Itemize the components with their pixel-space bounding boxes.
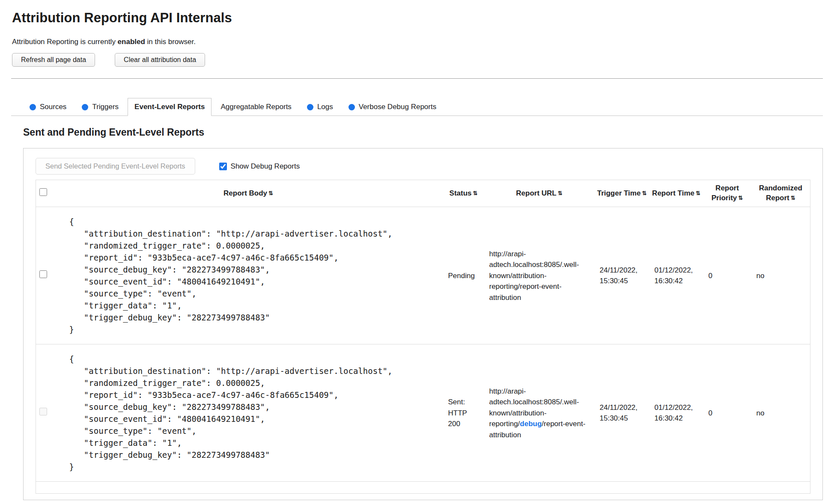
row-select-cell [36, 207, 54, 344]
report-url-cell: http://arapi-adtech.localhost:8085/.well… [484, 207, 595, 344]
status-enabled-text: enabled [118, 38, 145, 46]
trigger-time: 24/11/2022, 15:30:45 [595, 344, 649, 482]
row-select-checkbox[interactable] [39, 270, 47, 278]
report-body-cell: { "attribution_destination": "http://ara… [54, 207, 443, 344]
report-status: Pending [443, 207, 484, 344]
table-header-row: Report Body⇅ Status⇅ Report URL⇅ Trigger… [36, 180, 810, 207]
select-all-checkbox[interactable] [39, 188, 47, 196]
sort-icon: ⇅ [738, 195, 743, 201]
column-label: Status [450, 189, 472, 197]
column-header-report-url[interactable]: Report URL⇅ [484, 180, 595, 207]
row-select-cell [36, 344, 54, 482]
tab-label: Logs [317, 103, 333, 111]
tab-label: Verbose Debug Reports [359, 103, 436, 111]
select-all-header [36, 180, 54, 207]
table-controls: Send Selected Pending Event-Level Report… [36, 158, 810, 175]
data-indicator-icon [307, 104, 313, 110]
tab-triggers[interactable]: Triggers [75, 98, 125, 116]
report-body-json: { "attribution_destination": "http://ara… [57, 353, 440, 473]
debug-link[interactable]: debug [520, 420, 542, 428]
reports-card: Send Selected Pending Event-Level Report… [23, 148, 823, 500]
row-select-checkbox[interactable] [39, 408, 47, 415]
column-label: Report URL [516, 189, 556, 197]
report-priority: 0 [703, 207, 751, 344]
report-url-cell: http://arapi-adtech.localhost:8085/.well… [484, 344, 595, 482]
randomized-report: no [751, 344, 810, 482]
column-header-report-body[interactable]: Report Body⇅ [54, 180, 443, 207]
send-selected-button[interactable]: Send Selected Pending Event-Level Report… [36, 158, 195, 175]
section-heading: Sent and Pending Event-Level Reports [23, 127, 823, 138]
column-label: Trigger Time [597, 189, 641, 197]
column-header-status[interactable]: Status⇅ [443, 180, 484, 207]
column-header-report-time[interactable]: Report Time⇅ [649, 180, 703, 207]
top-actions: Refresh all page data Clear all attribut… [12, 53, 823, 67]
status-line: Attribution Reporting is currently enabl… [12, 38, 823, 46]
status-text-suffix: in this browser. [145, 38, 196, 46]
tab-label: Event-Level Reports [134, 103, 205, 111]
column-label: Randomized Report [759, 184, 802, 202]
report-row-sent: { "attribution_destination": "http://ara… [36, 344, 810, 482]
tab-verbose-debug-reports[interactable]: Verbose Debug Reports [342, 98, 443, 116]
randomized-report: no [751, 207, 810, 344]
tab-sources[interactable]: Sources [23, 98, 73, 116]
data-indicator-icon [348, 104, 355, 110]
data-indicator-icon [82, 104, 88, 110]
show-debug-label: Show Debug Reports [231, 162, 300, 171]
status-text-prefix: Attribution Reporting is currently [12, 38, 118, 46]
clear-all-button[interactable]: Clear all attribution data [115, 53, 205, 67]
tab-label: Aggregatable Reports [220, 103, 291, 111]
refresh-all-button[interactable]: Refresh all page data [12, 53, 95, 67]
show-debug-checkbox[interactable] [219, 163, 227, 170]
report-body-json: { "attribution_destination": "http://ara… [57, 216, 440, 335]
sort-icon: ⇅ [268, 190, 273, 196]
sort-icon: ⇅ [791, 195, 795, 201]
tab-event-level-reports[interactable]: Event-Level Reports [128, 98, 211, 116]
sort-icon: ⇅ [473, 190, 478, 196]
report-body-cell: { "attribution_destination": "http://ara… [54, 344, 443, 482]
sort-icon: ⇅ [642, 190, 646, 196]
reports-table: Report Body⇅ Status⇅ Report URL⇅ Trigger… [36, 180, 810, 494]
report-url: http://arapi-adtech.localhost:8085/.well… [489, 250, 579, 302]
tab-bar: Sources Triggers Event-Level Reports Agg… [11, 79, 823, 116]
report-time: 01/12/2022, 16:30:42 [649, 207, 703, 344]
column-header-report-priority[interactable]: Report Priority⇅ [703, 180, 751, 207]
tab-logs[interactable]: Logs [301, 98, 340, 116]
column-header-randomized-report[interactable]: Randomized Report⇅ [751, 180, 810, 207]
table-footer-cell [36, 482, 810, 494]
report-status: Sent: HTTP 200 [443, 344, 484, 482]
report-row-pending: { "attribution_destination": "http://ara… [36, 207, 810, 344]
show-debug-toggle[interactable]: Show Debug Reports [219, 162, 300, 171]
tab-label: Sources [40, 103, 66, 111]
column-header-trigger-time[interactable]: Trigger Time⇅ [595, 180, 649, 207]
sort-icon: ⇅ [696, 190, 700, 196]
tab-aggregatable-reports[interactable]: Aggregatable Reports [214, 98, 298, 116]
table-footer-row [36, 482, 810, 494]
column-label: Report Body [223, 189, 267, 197]
tab-label: Triggers [92, 103, 119, 111]
sort-icon: ⇅ [558, 190, 563, 196]
report-priority: 0 [703, 344, 751, 482]
column-label: Report Priority [712, 184, 739, 202]
event-level-reports-panel: Sent and Pending Event-Level Reports Sen… [11, 127, 823, 500]
column-label: Report Time [652, 189, 694, 197]
page-title: Attribution Reporting API Internals [12, 10, 823, 26]
data-indicator-icon [30, 104, 36, 110]
trigger-time: 24/11/2022, 15:30:45 [595, 207, 649, 344]
report-time: 01/12/2022, 16:30:42 [649, 344, 703, 482]
attribution-internals-page: Attribution Reporting API Internals Attr… [0, 0, 834, 504]
